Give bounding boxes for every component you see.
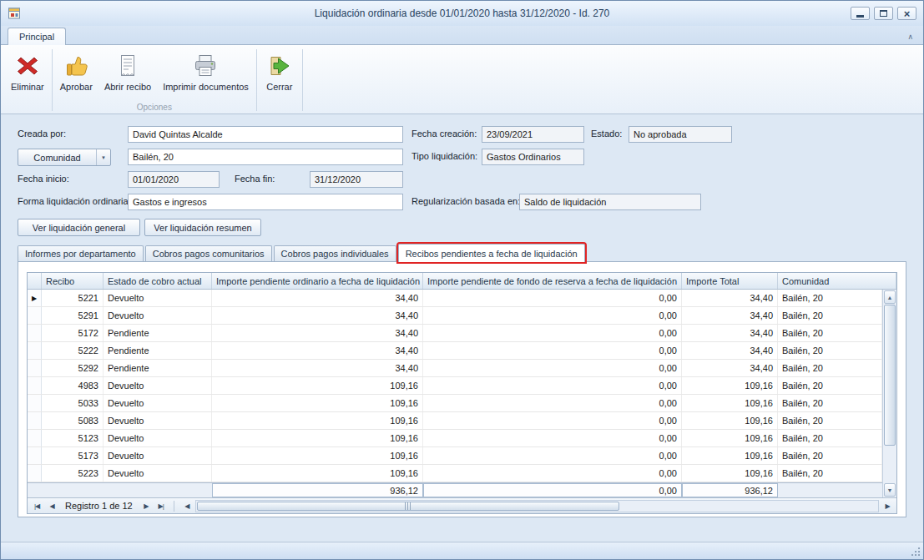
- table-row[interactable]: ▶ 5292 Pendiente 34,40 0,00 34,40 Bailén…: [28, 360, 882, 377]
- tab-cobros-pagos-comunitarios[interactable]: Cobros pagos comunitarios: [145, 245, 272, 261]
- abrir-recibo-button[interactable]: Abrir recibo: [99, 49, 156, 93]
- ver-liquidacion-general-button[interactable]: Ver liquidación general: [18, 219, 140, 236]
- tab-cobros-pagos-individuales[interactable]: Cobros pagos individuales: [274, 245, 396, 261]
- close-icon: ×: [904, 8, 911, 19]
- cell-recibo: 5221: [42, 290, 104, 306]
- aprobar-button[interactable]: Aprobar: [55, 49, 98, 93]
- table-row[interactable]: ▶ 5222 Pendiente 34,40 0,00 34,40 Bailén…: [28, 342, 882, 360]
- fecha-fin-field[interactable]: 31/12/2020: [310, 171, 403, 188]
- table-row[interactable]: ▶ 5291 Devuelto 34,40 0,00 34,40 Bailén,…: [28, 307, 882, 325]
- minimize-icon: [856, 15, 864, 18]
- estado-field[interactable]: No aprobada: [629, 126, 732, 143]
- scrollbar-grip-icon: [405, 502, 412, 510]
- scroll-right-icon[interactable]: ▶: [881, 500, 894, 512]
- cerrar-button[interactable]: Cerrar: [260, 49, 300, 93]
- cell-importe-total: 109,16: [682, 465, 778, 482]
- nav-prev-button[interactable]: ◀: [45, 500, 58, 512]
- ribbon-tab-principal[interactable]: Principal: [8, 28, 66, 45]
- cell-importe-ordinario: 34,40: [212, 342, 423, 359]
- tipo-liquidacion-field[interactable]: Gastos Ordinarios: [482, 149, 584, 165]
- vertical-scrollbar[interactable]: ▲ ▼: [882, 290, 896, 497]
- ribbon-tab-strip: Principal ∧: [1, 26, 923, 44]
- horizontal-scrollbar[interactable]: [195, 500, 879, 512]
- col-importe-total[interactable]: Importe Total: [682, 273, 778, 289]
- cell-importe-ordinario: 34,40: [212, 290, 423, 306]
- cell-comunidad: Bailén, 20: [778, 290, 882, 306]
- cell-importe-total: 34,40: [682, 325, 778, 341]
- cell-importe-total: 109,16: [682, 412, 778, 429]
- eliminar-button[interactable]: Eliminar: [6, 49, 49, 93]
- record-position-text: Registro 1 de 12: [65, 501, 133, 511]
- regularizacion-field[interactable]: Saldo de liquidación: [519, 194, 701, 210]
- row-indicator-cell: ▶: [28, 412, 42, 429]
- cell-comunidad: Bailén, 20: [778, 307, 882, 324]
- row-indicator-cell: ▶: [28, 447, 42, 464]
- ribbon-collapse-icon[interactable]: ∧: [907, 33, 913, 41]
- ribbon-group-caption: Opciones: [55, 102, 254, 114]
- creada-por-field[interactable]: David Quintas Alcalde: [128, 126, 403, 143]
- table-row[interactable]: ▶ 4983 Devuelto 109,16 0,00 109,16 Bailé…: [28, 377, 882, 395]
- cell-importe-ordinario: 34,40: [212, 325, 423, 341]
- cell-importe-fondo: 0,00: [423, 290, 682, 306]
- cell-comunidad: Bailén, 20: [778, 342, 882, 359]
- grid-totals-row: 936,12 0,00 936,12: [28, 482, 882, 497]
- cell-importe-total: 34,40: [682, 290, 778, 306]
- cell-importe-total: 109,16: [682, 430, 778, 446]
- vertical-scrollbar-thumb[interactable]: [884, 305, 896, 446]
- total-importe-ordinario: 936,12: [212, 483, 423, 497]
- ribbon-group-cerrar: Cerrar: [260, 47, 300, 114]
- close-button[interactable]: ×: [897, 7, 916, 20]
- estado-label: Estado:: [591, 129, 622, 139]
- cell-importe-ordinario: 109,16: [212, 430, 423, 446]
- cell-estado: Devuelto: [104, 290, 212, 306]
- printer-icon: [192, 53, 219, 79]
- table-row[interactable]: ▶ 5221 Devuelto 34,40 0,00 34,40 Bailén,…: [28, 290, 882, 307]
- col-recibo[interactable]: Recibo: [42, 273, 104, 289]
- col-estado[interactable]: Estado de cobro actual: [104, 273, 212, 289]
- scroll-up-icon[interactable]: ▲: [884, 290, 896, 304]
- resize-grip[interactable]: [910, 546, 920, 556]
- grid-pager: |◀ ◀ Registro 1 de 12 ▶ ▶| ◀ ▶: [28, 497, 896, 513]
- cell-importe-fondo: 0,00: [423, 325, 682, 341]
- comunidad-dropdown-button[interactable]: Comunidad ▼: [18, 149, 111, 166]
- imprimir-documentos-button[interactable]: Imprimir documentos: [158, 49, 254, 93]
- forma-liquidacion-field[interactable]: Gastos e ingresos: [128, 194, 403, 210]
- col-importe-fondo-reserva[interactable]: Importe pendiente de fondo de reserva a …: [423, 273, 682, 289]
- table-row[interactable]: ▶ 5173 Devuelto 109,16 0,00 109,16 Bailé…: [28, 447, 882, 465]
- minimize-button[interactable]: [851, 7, 870, 20]
- fecha-inicio-field[interactable]: 01/01/2020: [128, 171, 220, 188]
- regularizacion-label: Regularización basada en:: [412, 196, 520, 206]
- scroll-down-icon[interactable]: ▼: [884, 483, 896, 497]
- nav-first-button[interactable]: |◀: [30, 500, 43, 512]
- table-row[interactable]: ▶ 5033 Devuelto 109,16 0,00 109,16 Bailé…: [28, 395, 882, 412]
- window-title: Liquidación ordinaria desde 01/01/2020 h…: [1, 8, 923, 19]
- col-importe-ordinario[interactable]: Importe pendiente ordinario a fecha de l…: [212, 273, 423, 289]
- ver-liquidacion-resumen-button[interactable]: Ver liquidación resumen: [144, 219, 261, 236]
- col-comunidad[interactable]: Comunidad: [778, 273, 896, 289]
- title-bar: Liquidación ordinaria desde 01/01/2020 h…: [1, 1, 923, 26]
- cell-importe-total: 109,16: [682, 395, 778, 411]
- restore-button[interactable]: [874, 7, 893, 20]
- tab-informes-por-departamento[interactable]: Informes por departamento: [18, 245, 144, 261]
- cell-importe-ordinario: 34,40: [212, 360, 423, 376]
- table-row[interactable]: ▶ 5123 Devuelto 109,16 0,00 109,16 Bailé…: [28, 430, 882, 447]
- cell-importe-ordinario: 109,16: [212, 395, 423, 411]
- app-icon[interactable]: [8, 7, 21, 20]
- ribbon-separator: [256, 49, 257, 111]
- cell-recibo: 5291: [42, 307, 104, 324]
- nav-next-button[interactable]: ▶: [139, 500, 153, 512]
- horizontal-scrollbar-thumb[interactable]: [197, 502, 620, 511]
- cell-recibo: 5173: [42, 447, 104, 464]
- cell-recibo: 4983: [42, 377, 104, 394]
- cell-importe-fondo: 0,00: [423, 307, 682, 324]
- table-row[interactable]: ▶ 5223 Devuelto 109,16 0,00 109,16 Bailé…: [28, 465, 882, 482]
- forma-liquidacion-label: Forma liquidación ordinaria:: [18, 196, 131, 206]
- tab-recibos-pendientes[interactable]: Recibos pendientes a fecha de liquidació…: [398, 244, 585, 262]
- table-row[interactable]: ▶ 5172 Pendiente 34,40 0,00 34,40 Bailén…: [28, 325, 882, 342]
- scroll-left-icon[interactable]: ◀: [180, 500, 194, 512]
- comunidad-field[interactable]: Bailén, 20: [128, 149, 403, 165]
- table-row[interactable]: ▶ 5083 Devuelto 109,16 0,00 109,16 Bailé…: [28, 412, 882, 430]
- nav-last-button[interactable]: ▶|: [154, 500, 168, 512]
- fecha-creacion-field[interactable]: 23/09/2021: [482, 126, 584, 143]
- cell-estado: Devuelto: [104, 377, 212, 394]
